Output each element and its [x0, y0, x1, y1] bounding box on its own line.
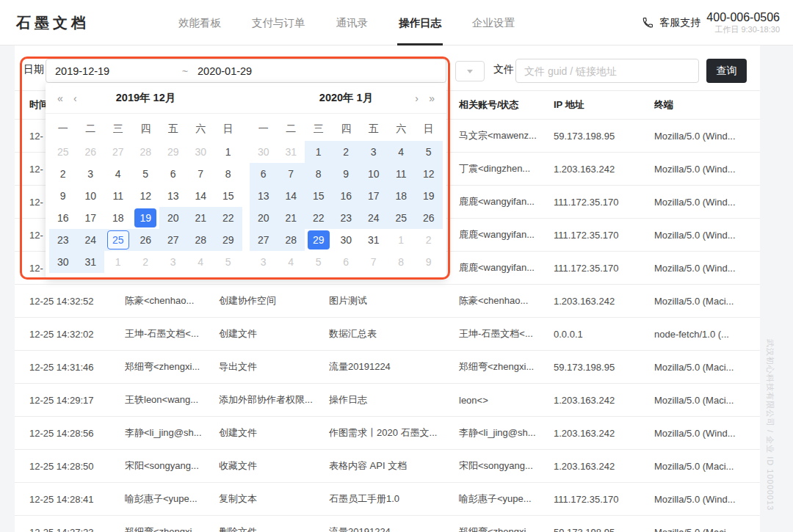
calendar-day[interactable]: 5	[132, 163, 160, 185]
nav-item-enterprise-settings[interactable]: 企业设置	[472, 0, 515, 45]
nav-item-payments-orders[interactable]: 支付与订单	[252, 0, 305, 45]
calendar-day-other-month[interactable]: 1	[104, 251, 132, 273]
calendar-day-other-month[interactable]: 29	[159, 141, 187, 163]
calendar-day[interactable]: 3	[360, 141, 388, 163]
calendar-day[interactable]: 27	[250, 229, 278, 251]
calendar-day[interactable]: 8	[305, 163, 333, 185]
calendar-day-other-month[interactable]: 4	[278, 251, 305, 273]
calendar-day[interactable]: 7	[187, 163, 215, 185]
calendar-day[interactable]: 3	[77, 163, 105, 185]
next-month-icon[interactable]: ›	[415, 83, 419, 114]
calendar-day-other-month[interactable]: 2	[132, 251, 160, 273]
calendar-day[interactable]: 30	[333, 229, 361, 251]
calendar-day[interactable]: 2	[49, 163, 77, 185]
calendar-day[interactable]: 4	[104, 163, 132, 185]
calendar-day-other-month[interactable]: 30	[187, 141, 215, 163]
calendar-day-other-month[interactable]: 6	[333, 251, 361, 273]
calendar-day[interactable]: 5	[415, 141, 443, 163]
calendar-day-other-month[interactable]: 7	[360, 251, 388, 273]
date-preset-dropdown[interactable]	[455, 61, 485, 81]
calendar-day[interactable]: 2	[333, 141, 361, 163]
calendar-day[interactable]: 31	[360, 229, 388, 251]
calendar-day[interactable]: 16	[49, 207, 77, 229]
calendar-day[interactable]: 26	[415, 207, 443, 229]
calendar-day[interactable]: 28	[278, 229, 305, 251]
calendar-day[interactable]: 20	[159, 207, 187, 229]
calendar-day[interactable]: 21	[278, 207, 305, 229]
calendar-day[interactable]: 11	[388, 163, 416, 185]
date-row: 20212223242526	[250, 207, 443, 229]
calendar-day-other-month[interactable]: 4	[187, 251, 215, 273]
calendar-day[interactable]: 18	[388, 185, 416, 207]
calendar-day[interactable]: 4	[388, 141, 416, 163]
calendar-day[interactable]: 1	[214, 141, 242, 163]
next-year-icon[interactable]: »	[429, 83, 435, 114]
nav-item-operation-log[interactable]: 操作日志	[399, 0, 441, 45]
calendar-day-other-month[interactable]: 5	[214, 251, 242, 273]
calendar-day[interactable]: 14	[278, 185, 305, 207]
calendar-day-other-month[interactable]: 8	[388, 251, 416, 273]
calendar-day[interactable]: 13	[159, 185, 187, 207]
calendar-day[interactable]: 10	[77, 185, 105, 207]
calendar-day-other-month[interactable]: 2	[415, 229, 443, 251]
date-range-start[interactable]: 2019-12-19	[55, 65, 173, 77]
calendar-day-today[interactable]: 25	[104, 229, 132, 251]
calendar-day[interactable]: 9	[333, 163, 361, 185]
query-button[interactable]: 查询	[706, 59, 747, 83]
calendar-day[interactable]: 23	[49, 229, 77, 251]
calendar-day-selected[interactable]: 19	[132, 207, 160, 229]
calendar-day[interactable]: 12	[132, 185, 160, 207]
calendar-day[interactable]: 15	[305, 185, 333, 207]
calendar-day-other-month[interactable]: 30	[250, 141, 278, 163]
calendar-day[interactable]: 29	[214, 229, 242, 251]
calendar-day[interactable]: 6	[159, 163, 187, 185]
calendar-day[interactable]: 22	[214, 207, 242, 229]
calendar-day[interactable]: 9	[49, 185, 77, 207]
calendar-day-other-month[interactable]: 3	[250, 251, 278, 273]
calendar-day[interactable]: 16	[333, 185, 361, 207]
prev-month-icon[interactable]: ‹	[73, 83, 77, 114]
calendar-day-other-month[interactable]: 5	[305, 251, 333, 273]
calendar-day-selected[interactable]: 29	[305, 229, 333, 251]
calendar-day[interactable]: 24	[77, 229, 105, 251]
calendar-day-other-month[interactable]: 27	[104, 141, 132, 163]
calendar-day[interactable]: 13	[250, 185, 278, 207]
calendar-day-other-month[interactable]: 28	[132, 141, 160, 163]
calendar-day-other-month[interactable]: 9	[415, 251, 443, 273]
calendar-day[interactable]: 17	[360, 185, 388, 207]
calendar-day[interactable]: 22	[305, 207, 333, 229]
calendar-day[interactable]: 12	[415, 163, 443, 185]
calendar-day[interactable]: 30	[49, 251, 77, 273]
calendar-day[interactable]: 31	[77, 251, 105, 273]
calendar-day[interactable]: 26	[132, 229, 160, 251]
calendar-day-other-month[interactable]: 1	[388, 229, 416, 251]
file-search-input[interactable]	[515, 59, 699, 83]
prev-year-icon[interactable]: «	[57, 83, 63, 114]
date-range-end[interactable]: 2020-01-29	[198, 65, 252, 77]
nav-item-dashboard[interactable]: 效能看板	[178, 0, 221, 45]
calendar-day[interactable]: 17	[77, 207, 105, 229]
calendar-day[interactable]: 8	[214, 163, 242, 185]
calendar-day[interactable]: 23	[333, 207, 361, 229]
calendar-day[interactable]: 25	[388, 207, 416, 229]
nav-item-contacts[interactable]: 通讯录	[336, 0, 369, 45]
calendar-day[interactable]: 28	[187, 229, 215, 251]
calendar-day-other-month[interactable]: 25	[49, 141, 77, 163]
calendar-day-other-month[interactable]: 3	[159, 251, 187, 273]
calendar-day[interactable]: 19	[415, 185, 443, 207]
calendar-day[interactable]: 15	[214, 185, 242, 207]
calendar-day[interactable]: 6	[250, 163, 278, 185]
calendar-day[interactable]: 14	[187, 185, 215, 207]
calendar-day[interactable]: 11	[104, 185, 132, 207]
calendar-day[interactable]: 27	[159, 229, 187, 251]
calendar-day[interactable]: 1	[305, 141, 333, 163]
date-range-input[interactable]: 2019-12-19 ~ 2020-01-29	[46, 59, 446, 83]
calendar-day[interactable]: 20	[250, 207, 278, 229]
calendar-day[interactable]: 10	[360, 163, 388, 185]
calendar-day[interactable]: 18	[104, 207, 132, 229]
calendar-day-other-month[interactable]: 31	[278, 141, 305, 163]
calendar-day-other-month[interactable]: 26	[77, 141, 105, 163]
calendar-day[interactable]: 7	[278, 163, 305, 185]
calendar-day[interactable]: 24	[360, 207, 388, 229]
calendar-day[interactable]: 21	[187, 207, 215, 229]
